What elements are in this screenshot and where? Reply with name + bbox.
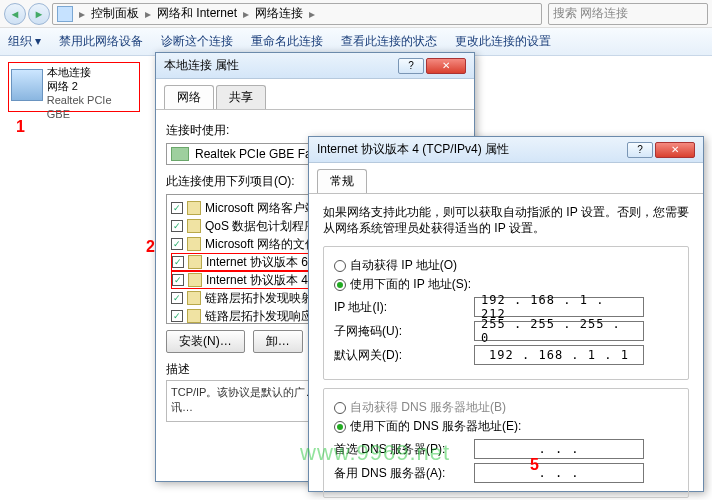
component-icon bbox=[188, 255, 202, 269]
search-placeholder: 搜索 网络连接 bbox=[553, 5, 628, 22]
adapter-item[interactable]: 本地连接 网络 2 Realtek PCIe GBE bbox=[8, 62, 140, 112]
gateway-label: 默认网关(D): bbox=[334, 347, 474, 364]
subnet-mask-field[interactable]: 255 . 255 . 255 . 0 bbox=[474, 321, 644, 341]
window-title: 本地连接 属性 bbox=[164, 57, 239, 74]
callout-2: 2 bbox=[146, 238, 155, 256]
checkbox-icon[interactable]: ✓ bbox=[171, 220, 183, 232]
checkbox-icon[interactable]: ✓ bbox=[171, 292, 183, 304]
dns1-field[interactable]: . . . bbox=[474, 439, 644, 459]
ip-address-label: IP 地址(I): bbox=[334, 299, 474, 316]
checkbox-icon[interactable]: ✓ bbox=[171, 310, 183, 322]
radio-auto-ip[interactable] bbox=[334, 260, 346, 272]
manual-ip-label: 使用下面的 IP 地址(S): bbox=[350, 277, 471, 291]
auto-dns-label: 自动获得 DNS 服务器地址(B) bbox=[350, 400, 506, 414]
component-icon bbox=[187, 201, 201, 215]
uninstall-button[interactable]: 卸… bbox=[253, 330, 303, 353]
component-icon bbox=[187, 291, 201, 305]
manual-dns-label: 使用下面的 DNS 服务器地址(E): bbox=[350, 419, 521, 433]
checkbox-icon[interactable]: ✓ bbox=[171, 238, 183, 250]
ip-address-field[interactable]: 192 . 168 . 1 . 212 bbox=[474, 297, 644, 317]
back-button[interactable]: ◄ bbox=[4, 3, 26, 25]
component-icon bbox=[188, 273, 202, 287]
checkbox-icon[interactable]: ✓ bbox=[171, 202, 183, 214]
window-title: Internet 协议版本 4 (TCP/IPv4) 属性 bbox=[317, 141, 509, 158]
radio-manual-dns[interactable] bbox=[334, 421, 346, 433]
note-text: 如果网络支持此功能，则可以获取自动指派的 IP 设置。否则，您需要从网络系统管理… bbox=[323, 204, 689, 236]
adapter-icon bbox=[11, 69, 43, 101]
callout-5: 5 bbox=[530, 456, 539, 474]
dns2-label: 备用 DNS 服务器(A): bbox=[334, 465, 474, 482]
gateway-field[interactable]: 192 . 168 . 1 . 1 bbox=[474, 345, 644, 365]
component-icon bbox=[187, 219, 201, 233]
tab-strip: 网络 共享 bbox=[156, 79, 474, 110]
adapter-name: 本地连接 bbox=[47, 65, 137, 79]
close-button[interactable]: ✕ bbox=[655, 142, 695, 158]
adapter-network: 网络 2 bbox=[47, 79, 137, 93]
breadcrumb-seg[interactable]: 网络和 Internet bbox=[157, 5, 237, 22]
component-icon bbox=[187, 237, 201, 251]
close-button[interactable]: ✕ bbox=[426, 58, 466, 74]
subnet-mask-label: 子网掩码(U): bbox=[334, 323, 474, 340]
tab-network[interactable]: 网络 bbox=[164, 85, 214, 109]
properties-dialog-ipv4: Internet 协议版本 4 (TCP/IPv4) 属性 ? ✕ 常规 如果网… bbox=[308, 136, 704, 492]
component-icon bbox=[187, 309, 201, 323]
nic-icon bbox=[171, 147, 189, 161]
organize-menu[interactable]: 组织 ▾ bbox=[8, 33, 41, 50]
radio-auto-dns bbox=[334, 402, 346, 414]
breadcrumb-seg[interactable]: 网络连接 bbox=[255, 5, 303, 22]
help-button[interactable]: ? bbox=[627, 142, 653, 158]
address-bar: ◄ ► ▸ 控制面板 ▸ 网络和 Internet ▸ 网络连接 ▸ 搜索 网络… bbox=[0, 0, 712, 28]
tab-share[interactable]: 共享 bbox=[216, 85, 266, 109]
checkbox-icon[interactable]: ✓ bbox=[172, 274, 184, 286]
checkbox-icon[interactable]: ✓ bbox=[172, 256, 184, 268]
breadcrumb[interactable]: ▸ 控制面板 ▸ 网络和 Internet ▸ 网络连接 ▸ bbox=[52, 3, 542, 25]
titlebar[interactable]: 本地连接 属性 ? ✕ bbox=[156, 53, 474, 79]
titlebar[interactable]: Internet 协议版本 4 (TCP/IPv4) 属性 ? ✕ bbox=[309, 137, 703, 163]
view-status[interactable]: 查看此连接的状态 bbox=[341, 33, 437, 50]
help-button[interactable]: ? bbox=[398, 58, 424, 74]
auto-ip-label: 自动获得 IP 地址(O) bbox=[350, 258, 457, 272]
ip-group: 自动获得 IP 地址(O) 使用下面的 IP 地址(S): IP 地址(I):1… bbox=[323, 246, 689, 380]
dns2-field[interactable]: . . . bbox=[474, 463, 644, 483]
install-button[interactable]: 安装(N)… bbox=[166, 330, 245, 353]
disable-device[interactable]: 禁用此网络设备 bbox=[59, 33, 143, 50]
watermark: www.9969.net bbox=[300, 440, 450, 466]
search-input[interactable]: 搜索 网络连接 bbox=[548, 3, 708, 25]
callout-1: 1 bbox=[16, 118, 25, 136]
rename-connection[interactable]: 重命名此连接 bbox=[251, 33, 323, 50]
control-panel-icon bbox=[57, 6, 73, 22]
diagnose-connection[interactable]: 诊断这个连接 bbox=[161, 33, 233, 50]
adapter-desc: Realtek PCIe GBE bbox=[47, 93, 137, 121]
change-settings[interactable]: 更改此连接的设置 bbox=[455, 33, 551, 50]
breadcrumb-seg[interactable]: 控制面板 bbox=[91, 5, 139, 22]
tab-strip: 常规 bbox=[309, 163, 703, 194]
tab-general[interactable]: 常规 bbox=[317, 169, 367, 193]
radio-manual-ip[interactable] bbox=[334, 279, 346, 291]
forward-button[interactable]: ► bbox=[28, 3, 50, 25]
